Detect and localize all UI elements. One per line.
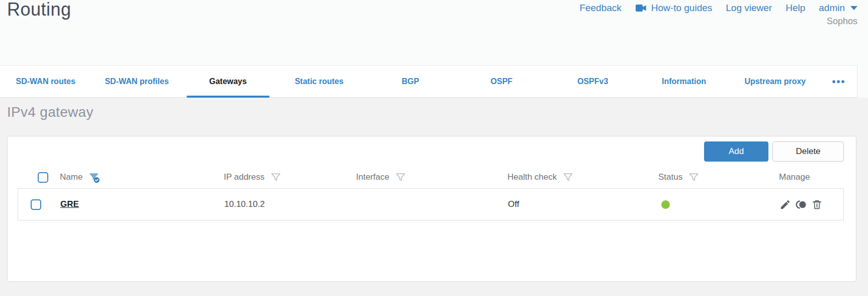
help-link[interactable]: Help [786,3,805,14]
toolbar: Add Delete [18,141,844,162]
table-header: Name IP address Interface [18,166,844,188]
row-checkbox-cell [18,199,49,210]
content: IPv4 gateway Add Delete Name [0,98,868,282]
feedback-link[interactable]: Feedback [579,3,621,14]
clone-icon[interactable] [795,199,807,210]
topbar: Routing Feedback How-to guides Log viewe… [0,0,868,65]
admin-label: admin [819,3,845,14]
column-header-ip-address: IP address [217,172,349,183]
column-header-interface: Interface [349,172,500,183]
tab-upstream-proxy[interactable]: Upstream proxy [730,66,821,97]
funnel-filter-icon[interactable] [562,172,574,183]
page-title: Routing [7,0,71,20]
tab-bgp[interactable]: BGP [365,66,456,97]
tab-static-routes[interactable]: Static routes [274,66,365,97]
section-heading: IPv4 gateway [7,104,868,120]
ipv4-gateway-panel: Add Delete Name IP address [7,136,856,282]
tab-sd-wan-routes[interactable]: SD-WAN routes [0,66,91,97]
funnel-filter-icon[interactable] [688,172,700,183]
tab-ospfv3[interactable]: OSPFv3 [547,66,638,97]
tab-information[interactable]: Information [638,66,729,97]
row-manage-cell [772,199,843,210]
log-viewer-link[interactable]: Log viewer [726,3,772,14]
more-tabs-button[interactable]: ••• [821,66,857,97]
funnel-filter-icon[interactable] [395,172,406,183]
header-region: Routing Feedback How-to guides Log viewe… [0,0,868,98]
column-header-name: Name [49,171,217,184]
row-name-cell: GRE [49,199,217,209]
caret-down-icon [850,6,857,10]
row-status-cell [652,200,772,209]
trash-delete-icon[interactable] [811,199,823,210]
funnel-filter-active-icon[interactable] [88,171,101,184]
top-links: Feedback How-to guides Log viewer Help a… [579,3,857,14]
tab-ospf[interactable]: OSPF [456,66,547,97]
tab-gateways[interactable]: Gateways [183,66,274,97]
column-header-manage: Manage [772,172,844,182]
tab-sd-wan-profiles[interactable]: SD-WAN profiles [91,66,182,97]
table-row: GRE 10.10.10.2 Off [18,188,844,220]
row-checkbox[interactable] [31,199,41,210]
brand-label: Sophos [579,16,857,27]
pencil-edit-icon[interactable] [779,199,791,210]
select-all-checkbox[interactable] [38,172,48,183]
add-button[interactable]: Add [704,141,768,162]
gateway-name-link[interactable]: GRE [60,199,79,209]
video-camera-icon [635,4,647,12]
status-dot [661,200,670,209]
tabbar: SD-WAN routes SD-WAN profiles Gateways S… [0,65,857,98]
delete-button[interactable]: Delete [772,141,844,162]
row-health-check-cell: Off [501,199,652,209]
column-header-status: Status [651,172,772,183]
header-checkbox-cell [18,172,49,183]
admin-menu[interactable]: admin [819,3,857,14]
column-header-health-check: Health check [500,172,651,183]
howto-guides-link[interactable]: How-to guides [635,3,712,14]
funnel-filter-icon[interactable] [270,172,282,183]
row-ip-cell: 10.10.10.2 [217,199,350,209]
